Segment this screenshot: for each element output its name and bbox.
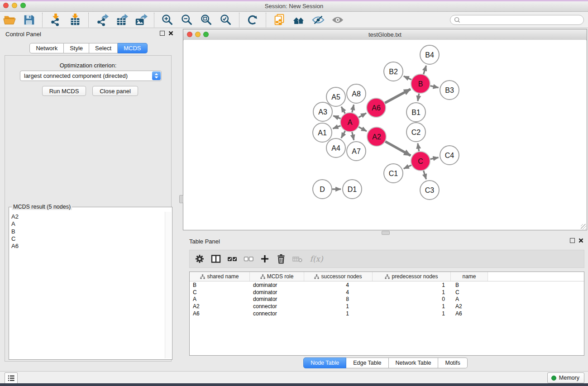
tab-select[interactable]: Select bbox=[89, 43, 118, 53]
column-header-MCDS-role[interactable]: MCDS role bbox=[250, 272, 304, 281]
mcds-result-item[interactable]: A bbox=[11, 220, 165, 228]
float-table-panel-icon[interactable] bbox=[570, 238, 575, 243]
table-row[interactable]: A2connector11A2 bbox=[190, 303, 584, 310]
table-row[interactable]: Bdominator41B bbox=[190, 281, 584, 289]
edge-C-C1[interactable] bbox=[404, 165, 411, 169]
new-network-from-selection-button[interactable] bbox=[272, 12, 287, 28]
edge-C-C3[interactable] bbox=[424, 171, 426, 179]
edge-A6-B[interactable] bbox=[385, 89, 411, 103]
edge-A-A6[interactable] bbox=[359, 113, 366, 117]
search-input[interactable] bbox=[461, 15, 583, 24]
node-A7[interactable]: A7 bbox=[347, 142, 366, 161]
scrollbar-track[interactable] bbox=[165, 212, 171, 358]
node-A3[interactable]: A3 bbox=[313, 102, 332, 121]
close-table-panel-icon[interactable] bbox=[578, 238, 583, 243]
delete-table-button[interactable] bbox=[291, 253, 304, 265]
edge-A-A8[interactable] bbox=[352, 105, 354, 112]
edge-A-A5[interactable] bbox=[341, 107, 345, 114]
mcds-result-item[interactable]: A2 bbox=[11, 213, 165, 220]
node-C[interactable]: C bbox=[411, 152, 430, 171]
node-B2[interactable]: B2 bbox=[384, 62, 403, 81]
node-C1[interactable]: C1 bbox=[384, 164, 403, 183]
mcds-result-item[interactable]: A6 bbox=[11, 243, 165, 250]
mcds-result-item[interactable]: C bbox=[11, 235, 165, 243]
edge-B-B1[interactable] bbox=[418, 94, 419, 101]
edge-A-A3[interactable] bbox=[333, 116, 340, 119]
node-D1[interactable]: D1 bbox=[343, 180, 362, 199]
edge-A2-C[interactable] bbox=[385, 142, 411, 156]
edge-A-A4[interactable] bbox=[341, 131, 345, 138]
column-header-successor-nodes[interactable]: successor nodes bbox=[304, 272, 373, 281]
hide-selected-button[interactable] bbox=[311, 12, 326, 28]
node-B1[interactable]: B1 bbox=[406, 103, 425, 122]
tab-edge-table[interactable]: Edge Table bbox=[346, 357, 388, 368]
run-mcds-button[interactable]: Run MCDS bbox=[42, 86, 86, 96]
edge-A-A2[interactable] bbox=[359, 127, 367, 132]
node-A2[interactable]: A2 bbox=[367, 127, 386, 146]
node-B4[interactable]: B4 bbox=[420, 45, 439, 64]
node-A6[interactable]: A6 bbox=[367, 98, 386, 117]
resize-grip[interactable] bbox=[581, 224, 586, 229]
refresh-button[interactable] bbox=[245, 12, 260, 28]
edge-A-A7[interactable] bbox=[352, 132, 354, 140]
zoom-in-button[interactable] bbox=[160, 12, 175, 28]
edge-A-A1[interactable] bbox=[333, 126, 340, 129]
add-button[interactable] bbox=[258, 253, 271, 265]
export-table-button[interactable] bbox=[114, 12, 129, 28]
deselect-all-button[interactable] bbox=[242, 253, 255, 265]
tab-network[interactable]: Network bbox=[29, 43, 64, 53]
node-C2[interactable]: C2 bbox=[406, 123, 425, 142]
node-A5[interactable]: A5 bbox=[326, 87, 345, 106]
split-panel-button[interactable] bbox=[210, 253, 222, 265]
node-B[interactable]: B bbox=[411, 74, 430, 93]
save-session-button[interactable] bbox=[21, 12, 37, 28]
tab-mcds[interactable]: MCDS bbox=[118, 43, 147, 53]
import-network-button[interactable] bbox=[48, 12, 63, 28]
node-C3[interactable]: C3 bbox=[420, 181, 439, 200]
mcds-result-item[interactable]: B bbox=[11, 228, 165, 235]
zoom-selected-button[interactable] bbox=[218, 12, 234, 28]
select-all-button[interactable] bbox=[226, 253, 239, 265]
tab-motifs[interactable]: Motifs bbox=[438, 357, 467, 368]
edge-B-B4[interactable] bbox=[424, 66, 426, 74]
delete-button[interactable] bbox=[275, 253, 287, 265]
tab-style[interactable]: Style bbox=[64, 43, 89, 53]
function-builder-button[interactable]: f(x) bbox=[307, 253, 325, 265]
settings-button[interactable] bbox=[193, 253, 206, 265]
column-header-name[interactable]: name bbox=[451, 272, 488, 281]
node-A8[interactable]: A8 bbox=[347, 84, 366, 103]
edge-B-B2[interactable] bbox=[404, 76, 411, 80]
node-A4[interactable]: A4 bbox=[326, 138, 345, 157]
table-row[interactable]: Cdominator41C bbox=[190, 289, 584, 296]
export-network-button[interactable] bbox=[94, 12, 110, 28]
table-row[interactable]: A6connector11A6 bbox=[190, 310, 584, 317]
network-canvas[interactable]: AA1A2A3A4A5A6A7A8BB1B2B3B4CC1C2C3C4DD1 bbox=[184, 40, 586, 229]
show-all-button[interactable] bbox=[330, 12, 345, 28]
node-A1[interactable]: A1 bbox=[313, 123, 332, 142]
open-session-button[interactable] bbox=[2, 12, 17, 28]
export-image-button[interactable] bbox=[133, 12, 148, 28]
table-row[interactable]: Adominator80A bbox=[190, 295, 584, 303]
node-D[interactable]: D bbox=[313, 180, 332, 199]
float-panel-icon[interactable] bbox=[160, 31, 165, 36]
tab-node-table[interactable]: Node Table bbox=[303, 357, 346, 368]
horizontal-splitter-handle[interactable] bbox=[382, 231, 390, 235]
criterion-dropdown[interactable]: largest connected component (directed) bbox=[20, 71, 162, 81]
edge-C-C2[interactable] bbox=[418, 143, 419, 152]
import-table-button[interactable] bbox=[67, 12, 83, 28]
tab-network-table[interactable]: Network Table bbox=[389, 357, 439, 368]
vertical-splitter-handle[interactable] bbox=[179, 195, 183, 203]
column-header-shared-name[interactable]: shared name bbox=[190, 272, 250, 281]
zoom-fit-button[interactable] bbox=[199, 12, 214, 28]
zoom-out-button[interactable] bbox=[179, 12, 195, 28]
close-panel-icon[interactable] bbox=[168, 31, 173, 36]
edge-C-C4[interactable] bbox=[430, 157, 439, 159]
memory-button[interactable]: Memory bbox=[547, 372, 584, 383]
node-A[interactable]: A bbox=[340, 113, 359, 132]
home-button[interactable] bbox=[291, 12, 306, 28]
column-header-predecessor-nodes[interactable]: predecessor nodes bbox=[373, 272, 451, 281]
node-B3[interactable]: B3 bbox=[440, 81, 459, 100]
node-C4[interactable]: C4 bbox=[440, 146, 459, 165]
close-panel-button[interactable]: Close panel bbox=[92, 86, 138, 96]
edge-B-B3[interactable] bbox=[430, 86, 439, 88]
